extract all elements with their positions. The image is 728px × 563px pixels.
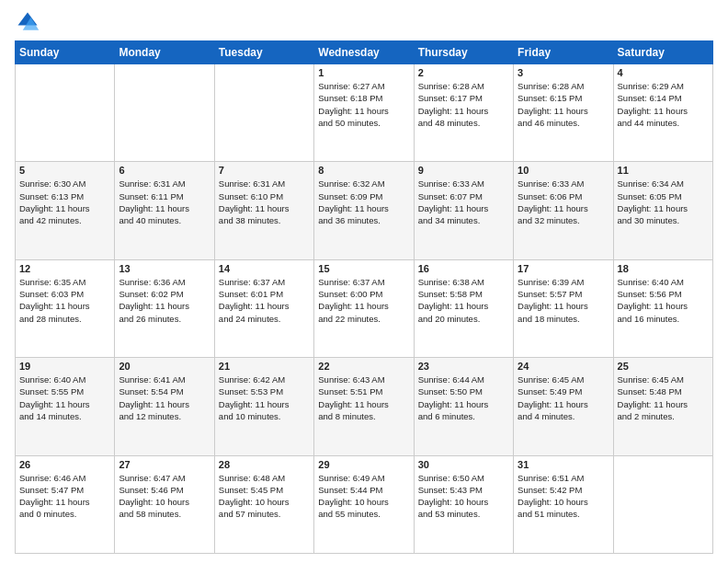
day-number: 31 — [518, 459, 609, 470]
day-info: Sunrise: 6:45 AM Sunset: 5:48 PM Dayligh… — [618, 373, 709, 422]
day-info: Sunrise: 6:29 AM Sunset: 6:14 PM Dayligh… — [618, 80, 709, 129]
day-number: 29 — [318, 459, 409, 470]
calendar-header-row: SundayMondayTuesdayWednesdayThursdayFrid… — [16, 41, 713, 64]
day-number: 22 — [318, 361, 409, 372]
calendar-cell: 20Sunrise: 6:41 AM Sunset: 5:54 PM Dayli… — [115, 358, 214, 455]
day-number: 7 — [219, 165, 310, 176]
day-info: Sunrise: 6:45 AM Sunset: 5:49 PM Dayligh… — [518, 373, 609, 422]
day-number: 4 — [618, 67, 709, 78]
day-number: 24 — [518, 361, 609, 372]
calendar-week-row: 12Sunrise: 6:35 AM Sunset: 6:03 PM Dayli… — [16, 259, 713, 357]
day-number: 30 — [418, 459, 509, 470]
calendar-table: SundayMondayTuesdayWednesdayThursdayFrid… — [15, 40, 713, 554]
day-info: Sunrise: 6:32 AM Sunset: 6:09 PM Dayligh… — [318, 178, 409, 226]
logo-icon — [15, 9, 40, 35]
calendar-cell: 1Sunrise: 6:27 AM Sunset: 6:18 PM Daylig… — [314, 64, 414, 162]
day-info: Sunrise: 6:27 AM Sunset: 6:18 PM Dayligh… — [318, 80, 409, 129]
calendar-cell: 22Sunrise: 6:43 AM Sunset: 5:51 PM Dayli… — [314, 358, 414, 455]
day-number: 18 — [618, 263, 709, 274]
day-info: Sunrise: 6:35 AM Sunset: 6:03 PM Dayligh… — [19, 276, 110, 325]
calendar-cell: 26Sunrise: 6:46 AM Sunset: 5:47 PM Dayli… — [16, 455, 115, 553]
day-number: 10 — [518, 165, 609, 176]
weekday-header-monday: Monday — [115, 41, 214, 64]
calendar-cell: 29Sunrise: 6:49 AM Sunset: 5:44 PM Dayli… — [314, 455, 414, 553]
day-info: Sunrise: 6:33 AM Sunset: 6:06 PM Dayligh… — [518, 178, 609, 226]
day-number: 21 — [219, 361, 310, 372]
day-number: 1 — [318, 67, 409, 78]
day-info: Sunrise: 6:31 AM Sunset: 6:10 PM Dayligh… — [219, 178, 310, 226]
day-number: 19 — [19, 361, 110, 372]
header — [15, 9, 713, 35]
day-number: 9 — [418, 165, 509, 176]
calendar-cell: 27Sunrise: 6:47 AM Sunset: 5:46 PM Dayli… — [115, 455, 214, 553]
calendar-cell: 5Sunrise: 6:30 AM Sunset: 6:13 PM Daylig… — [16, 162, 115, 259]
day-number: 20 — [119, 361, 210, 372]
day-info: Sunrise: 6:37 AM Sunset: 6:00 PM Dayligh… — [318, 276, 409, 325]
day-number: 8 — [318, 165, 409, 176]
calendar-cell: 31Sunrise: 6:51 AM Sunset: 5:42 PM Dayli… — [514, 455, 613, 553]
day-number: 11 — [618, 165, 709, 176]
page: SundayMondayTuesdayWednesdayThursdayFrid… — [0, 0, 728, 563]
day-info: Sunrise: 6:28 AM Sunset: 6:17 PM Dayligh… — [418, 80, 509, 129]
day-info: Sunrise: 6:43 AM Sunset: 5:51 PM Dayligh… — [318, 373, 409, 422]
day-info: Sunrise: 6:42 AM Sunset: 5:53 PM Dayligh… — [219, 373, 310, 422]
weekday-header-sunday: Sunday — [16, 41, 115, 64]
calendar-week-row: 1Sunrise: 6:27 AM Sunset: 6:18 PM Daylig… — [16, 64, 713, 162]
calendar-cell: 30Sunrise: 6:50 AM Sunset: 5:43 PM Dayli… — [414, 455, 513, 553]
weekday-header-thursday: Thursday — [414, 41, 513, 64]
day-info: Sunrise: 6:49 AM Sunset: 5:44 PM Dayligh… — [318, 472, 409, 521]
calendar-cell: 12Sunrise: 6:35 AM Sunset: 6:03 PM Dayli… — [16, 259, 115, 357]
day-number: 5 — [19, 165, 110, 176]
calendar-cell: 8Sunrise: 6:32 AM Sunset: 6:09 PM Daylig… — [314, 162, 414, 259]
calendar-cell: 6Sunrise: 6:31 AM Sunset: 6:11 PM Daylig… — [115, 162, 214, 259]
calendar-cell — [115, 64, 214, 162]
day-info: Sunrise: 6:51 AM Sunset: 5:42 PM Dayligh… — [518, 472, 609, 521]
day-number: 16 — [418, 263, 509, 274]
day-number: 25 — [618, 361, 709, 372]
day-number: 17 — [518, 263, 609, 274]
calendar-cell: 17Sunrise: 6:39 AM Sunset: 5:57 PM Dayli… — [514, 259, 613, 357]
day-info: Sunrise: 6:40 AM Sunset: 5:56 PM Dayligh… — [618, 276, 709, 325]
weekday-header-friday: Friday — [514, 41, 613, 64]
calendar-cell: 2Sunrise: 6:28 AM Sunset: 6:17 PM Daylig… — [414, 64, 513, 162]
day-info: Sunrise: 6:33 AM Sunset: 6:07 PM Dayligh… — [418, 178, 509, 226]
calendar-cell: 4Sunrise: 6:29 AM Sunset: 6:14 PM Daylig… — [613, 64, 712, 162]
day-info: Sunrise: 6:36 AM Sunset: 6:02 PM Dayligh… — [119, 276, 210, 325]
day-number: 3 — [518, 67, 609, 78]
calendar-cell: 13Sunrise: 6:36 AM Sunset: 6:02 PM Dayli… — [115, 259, 214, 357]
day-number: 15 — [318, 263, 409, 274]
day-info: Sunrise: 6:46 AM Sunset: 5:47 PM Dayligh… — [19, 472, 110, 521]
day-info: Sunrise: 6:31 AM Sunset: 6:11 PM Dayligh… — [119, 178, 210, 226]
day-number: 23 — [418, 361, 509, 372]
day-number: 2 — [418, 67, 509, 78]
day-info: Sunrise: 6:30 AM Sunset: 6:13 PM Dayligh… — [19, 178, 110, 226]
day-info: Sunrise: 6:50 AM Sunset: 5:43 PM Dayligh… — [418, 472, 509, 521]
calendar-cell: 15Sunrise: 6:37 AM Sunset: 6:00 PM Dayli… — [314, 259, 414, 357]
day-info: Sunrise: 6:39 AM Sunset: 5:57 PM Dayligh… — [518, 276, 609, 325]
weekday-header-tuesday: Tuesday — [214, 41, 313, 64]
day-number: 14 — [219, 263, 310, 274]
day-info: Sunrise: 6:28 AM Sunset: 6:15 PM Dayligh… — [518, 80, 609, 129]
calendar-cell: 18Sunrise: 6:40 AM Sunset: 5:56 PM Dayli… — [613, 259, 712, 357]
day-info: Sunrise: 6:47 AM Sunset: 5:46 PM Dayligh… — [119, 472, 210, 521]
calendar-cell: 23Sunrise: 6:44 AM Sunset: 5:50 PM Dayli… — [414, 358, 513, 455]
day-number: 13 — [119, 263, 210, 274]
calendar-cell: 9Sunrise: 6:33 AM Sunset: 6:07 PM Daylig… — [414, 162, 513, 259]
day-info: Sunrise: 6:37 AM Sunset: 6:01 PM Dayligh… — [219, 276, 310, 325]
calendar-week-row: 26Sunrise: 6:46 AM Sunset: 5:47 PM Dayli… — [16, 455, 713, 553]
day-number: 6 — [119, 165, 210, 176]
logo — [15, 9, 44, 35]
day-info: Sunrise: 6:44 AM Sunset: 5:50 PM Dayligh… — [418, 373, 509, 422]
day-number: 27 — [119, 459, 210, 470]
calendar-cell: 19Sunrise: 6:40 AM Sunset: 5:55 PM Dayli… — [16, 358, 115, 455]
calendar-cell — [214, 64, 313, 162]
day-number: 12 — [19, 263, 110, 274]
day-number: 28 — [219, 459, 310, 470]
day-info: Sunrise: 6:34 AM Sunset: 6:05 PM Dayligh… — [618, 178, 709, 226]
calendar-cell — [613, 455, 712, 553]
calendar-cell: 3Sunrise: 6:28 AM Sunset: 6:15 PM Daylig… — [514, 64, 613, 162]
calendar-week-row: 19Sunrise: 6:40 AM Sunset: 5:55 PM Dayli… — [16, 358, 713, 455]
calendar-cell: 16Sunrise: 6:38 AM Sunset: 5:58 PM Dayli… — [414, 259, 513, 357]
day-info: Sunrise: 6:38 AM Sunset: 5:58 PM Dayligh… — [418, 276, 509, 325]
weekday-header-saturday: Saturday — [613, 41, 712, 64]
